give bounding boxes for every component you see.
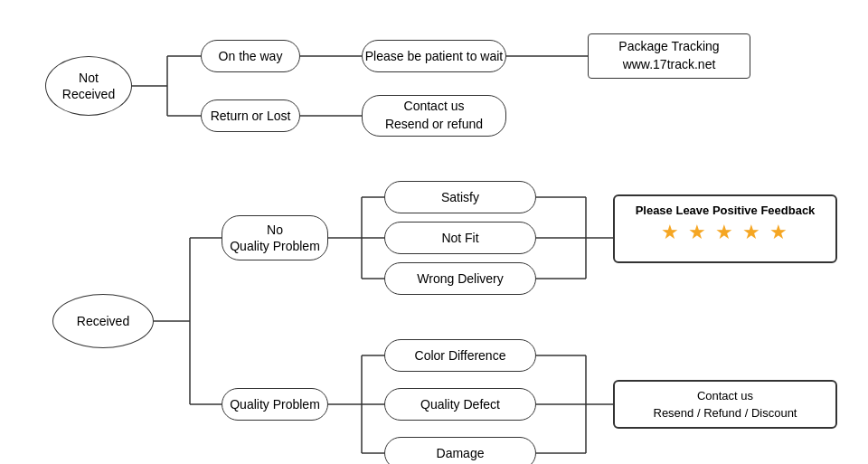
- return-or-lost-node: Return or Lost: [201, 99, 300, 132]
- contact-resend-refund-discount-label: Contact us Resend / Refund / Discount: [654, 387, 797, 422]
- return-or-lost-label: Return or Lost: [211, 109, 291, 123]
- quality-problem-node: Quality Problem: [222, 388, 328, 421]
- satisfy-label: Satisfy: [441, 190, 479, 204]
- on-the-way-label: On the way: [219, 49, 283, 63]
- color-difference-label: Color Difference: [415, 348, 506, 363]
- quality-defect-label: Quality Defect: [420, 397, 500, 412]
- no-quality-problem-node: No Quality Problem: [222, 215, 328, 260]
- not-fit-label: Not Fit: [441, 231, 478, 245]
- on-the-way-node: On the way: [201, 40, 300, 72]
- please-leave-feedback-label: Please Leave Positive Feedback: [624, 204, 826, 217]
- stars-display: ★ ★ ★ ★ ★: [624, 221, 826, 244]
- please-patient-label: Please be patient to wait: [365, 49, 504, 63]
- please-patient-node: Please be patient to wait: [362, 40, 506, 72]
- not-fit-node: Not Fit: [384, 222, 536, 254]
- not-received-node: Not Received: [45, 56, 132, 116]
- contact-resend-refund-discount-box: Contact us Resend / Refund / Discount: [613, 380, 837, 429]
- no-quality-problem-label: No Quality Problem: [230, 222, 320, 254]
- feedback-box: Please Leave Positive Feedback ★ ★ ★ ★ ★: [613, 194, 837, 263]
- wrong-delivery-label: Wrong Delivery: [417, 271, 503, 286]
- contact-resend-refund-label: Contact us Resend or refund: [385, 98, 483, 133]
- quality-defect-node: Quality Defect: [384, 388, 536, 421]
- received-label: Received: [77, 314, 129, 328]
- wrong-delivery-node: Wrong Delivery: [384, 262, 536, 295]
- damage-node: Damage: [384, 437, 536, 464]
- color-difference-node: Color Difference: [384, 339, 536, 372]
- quality-problem-label: Quality Problem: [230, 397, 320, 412]
- package-tracking-node: Package Tracking www.17track.net: [588, 33, 750, 79]
- damage-label: Damage: [437, 446, 485, 460]
- satisfy-node: Satisfy: [384, 181, 536, 213]
- contact-resend-refund-node: Contact us Resend or refund: [362, 95, 506, 137]
- package-tracking-label: Package Tracking www.17track.net: [618, 38, 719, 73]
- not-received-label: Not Received: [62, 70, 115, 102]
- received-node: Received: [52, 294, 154, 348]
